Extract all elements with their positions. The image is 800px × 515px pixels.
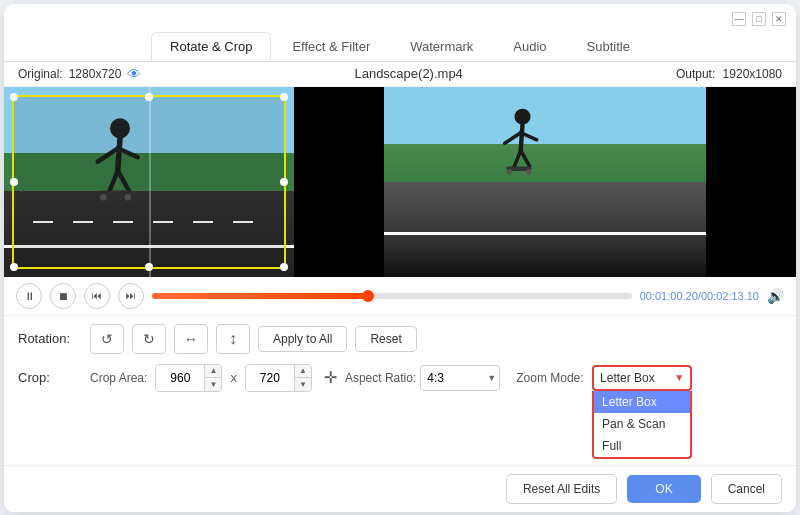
svg-point-17 (526, 169, 531, 174)
right-preview-bg (294, 87, 796, 277)
svg-point-0 (110, 118, 130, 138)
transport-bar: ⏸ ⏹ ⏮ ⏭ 00:01:00.20/00:02:13.10 🔊 (4, 277, 796, 316)
svg-line-2 (98, 148, 118, 161)
time-current: 00:01:00.20 (640, 290, 698, 302)
flip-horizontal-button[interactable]: ↔ (174, 324, 208, 354)
tab-audio[interactable]: Audio (494, 32, 565, 61)
tab-rotate-crop[interactable]: Rotate & Crop (151, 32, 271, 61)
crop-label: Crop: (18, 370, 82, 385)
height-up-button[interactable]: ▲ (295, 365, 311, 378)
aspect-ratio-wrap: Aspect Ratio: 4:3 16:9 1:1 Free ▼ (345, 365, 500, 391)
next-frame-button[interactable]: ⏭ (118, 283, 144, 309)
crop-width-field[interactable] (156, 365, 204, 391)
black-bar-left (294, 87, 384, 277)
rotate-left-button[interactable]: ↺ (90, 324, 124, 354)
width-spinners: ▲ ▼ (204, 365, 221, 391)
stop-button[interactable]: ⏹ (50, 283, 76, 309)
svg-line-11 (505, 132, 521, 143)
svg-line-1 (118, 138, 120, 170)
controls-area: Rotation: ↺ ↻ ↔ ↕ Apply to All Reset Cro… (4, 316, 796, 465)
pause-button[interactable]: ⏸ (16, 283, 42, 309)
move-icon: ✛ (324, 368, 337, 387)
minimize-button[interactable]: — (732, 12, 746, 26)
aspect-ratio-label: Aspect Ratio: (345, 371, 416, 385)
original-value: 1280x720 (69, 67, 122, 81)
title-bar: — □ ✕ (4, 4, 796, 28)
svg-line-10 (521, 124, 523, 150)
volume-icon[interactable]: 🔊 (767, 288, 784, 304)
aspect-ratio-select-wrap: 4:3 16:9 1:1 Free ▼ (420, 365, 500, 391)
bottom-bar: Reset All Edits OK Cancel (4, 465, 796, 512)
filename: Landscape(2).mp4 (354, 66, 462, 81)
width-up-button[interactable]: ▲ (205, 365, 221, 378)
crop-height-input[interactable]: ▲ ▼ (245, 364, 312, 392)
zoom-mode-value: Letter Box (600, 371, 655, 385)
progress-bar[interactable] (152, 293, 632, 299)
info-bar: Original: 1280x720 👁 Landscape(2).mp4 Ou… (4, 62, 796, 87)
preview-area (4, 87, 796, 277)
original-info: Original: 1280x720 👁 (18, 66, 141, 82)
aspect-ratio-select[interactable]: 4:3 16:9 1:1 Free (420, 365, 500, 391)
svg-line-14 (521, 150, 530, 166)
height-down-button[interactable]: ▼ (295, 378, 311, 391)
zoom-mode-trigger[interactable]: Letter Box ▼ (592, 365, 692, 391)
original-label: Original: (18, 67, 63, 81)
crop-area-label: Crop Area: (90, 371, 147, 385)
svg-point-9 (514, 108, 530, 124)
time-total: 00:02:13.10 (701, 290, 759, 302)
flip-vertical-button[interactable]: ↕ (216, 324, 250, 354)
tabs-bar: Rotate & Crop Effect & Filter Watermark … (4, 28, 796, 62)
main-window: — □ ✕ Rotate & Crop Effect & Filter Wate… (4, 4, 796, 512)
zoom-mode-wrap: Zoom Mode: Letter Box ▼ Letter Box Pan &… (516, 365, 692, 391)
black-bar-right (706, 87, 796, 277)
zoom-dropdown-menu: Letter Box Pan & Scan Full (592, 391, 692, 459)
tab-subtitle[interactable]: Subtitle (568, 32, 649, 61)
zoom-option-full[interactable]: Full (594, 435, 690, 457)
zoom-option-letterbox[interactable]: Letter Box (594, 391, 690, 413)
svg-point-7 (100, 194, 107, 201)
preview-right (294, 87, 796, 277)
svg-line-13 (513, 150, 520, 168)
window-controls: — □ ✕ (732, 12, 786, 26)
reset-all-edits-button[interactable]: Reset All Edits (506, 474, 617, 504)
rotation-label: Rotation: (18, 331, 82, 346)
progress-thumb[interactable] (362, 290, 374, 302)
zoom-dropdown-arrow: ▼ (674, 372, 684, 383)
maximize-button[interactable]: □ (752, 12, 766, 26)
zoom-option-panscan[interactable]: Pan & Scan (594, 413, 690, 435)
height-spinners: ▲ ▼ (294, 365, 311, 391)
svg-line-5 (118, 171, 129, 191)
apply-to-all-button[interactable]: Apply to All (258, 326, 347, 352)
rotation-row: Rotation: ↺ ↻ ↔ ↕ Apply to All Reset (18, 324, 782, 354)
svg-line-4 (109, 171, 118, 193)
width-down-button[interactable]: ▼ (205, 378, 221, 391)
dimension-separator: x (230, 370, 237, 385)
zoom-mode-dropdown[interactable]: Letter Box ▼ Letter Box Pan & Scan Full (592, 365, 692, 391)
prev-frame-button[interactable]: ⏮ (84, 283, 110, 309)
cancel-button[interactable]: Cancel (711, 474, 782, 504)
skater-figure (85, 115, 155, 215)
crop-width-input[interactable]: ▲ ▼ (155, 364, 222, 392)
output-value: 1920x1080 (723, 67, 782, 81)
crop-height-field[interactable] (246, 365, 294, 391)
crop-row: Crop: Crop Area: ▲ ▼ x ▲ ▼ ✛ (18, 364, 782, 392)
svg-point-16 (506, 169, 511, 174)
eye-icon[interactable]: 👁 (127, 66, 141, 82)
reset-button[interactable]: Reset (355, 326, 416, 352)
output-info: Output: 1920x1080 (676, 67, 782, 81)
preview-left (4, 87, 294, 277)
preview-divider (149, 87, 151, 277)
close-button[interactable]: ✕ (772, 12, 786, 26)
time-display: 00:01:00.20/00:02:13.10 (640, 290, 759, 302)
rotate-right-button[interactable]: ↻ (132, 324, 166, 354)
svg-point-8 (125, 194, 132, 201)
tab-effect-filter[interactable]: Effect & Filter (273, 32, 389, 61)
zoom-mode-label: Zoom Mode: (516, 371, 583, 385)
progress-fill (152, 293, 368, 299)
output-label: Output: (676, 67, 715, 81)
skater-figure-right (495, 106, 550, 186)
ok-button[interactable]: OK (627, 475, 700, 503)
tab-watermark[interactable]: Watermark (391, 32, 492, 61)
